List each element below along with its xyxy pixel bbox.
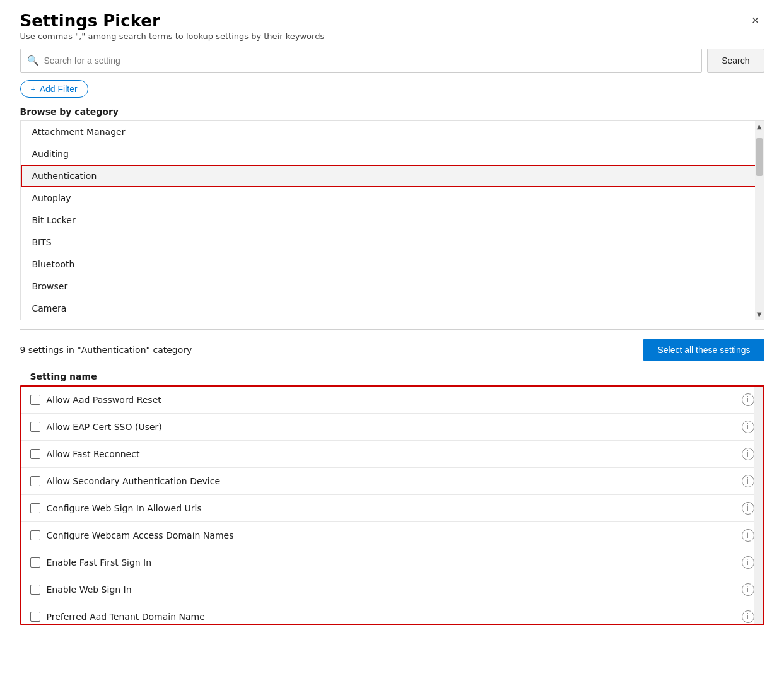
settings-item-label: Allow Aad Password Reset — [47, 395, 161, 405]
info-icon[interactable]: i — [742, 448, 754, 460]
settings-list-item: Allow EAP Cert SSO (User)i — [21, 414, 763, 441]
search-input-wrap: 🔍 — [20, 49, 703, 73]
settings-scrollbar[interactable] — [754, 387, 763, 624]
dialog-subtitle: Use commas "," among search terms to loo… — [20, 32, 325, 41]
search-icon: 🔍 — [27, 55, 39, 66]
settings-list-item: Configure Web Sign In Allowed Urlsi — [21, 495, 763, 522]
category-list: Attachment ManagerAuditingAuthentication… — [21, 121, 764, 320]
settings-item-left: Configure Webcam Access Domain Names — [30, 530, 234, 540]
plus-icon: + — [31, 84, 36, 94]
settings-list-item: Allow Aad Password Reseti — [21, 387, 763, 414]
settings-list: Allow Aad Password ResetiAllow EAP Cert … — [21, 387, 763, 625]
close-button[interactable]: × — [747, 11, 764, 29]
dialog-title: Settings Picker — [20, 11, 325, 30]
info-icon[interactable]: i — [742, 610, 754, 623]
settings-checkbox[interactable] — [30, 395, 40, 405]
category-item[interactable]: Autoplay — [21, 187, 764, 209]
category-item[interactable]: Browser — [21, 276, 764, 298]
settings-item-label: Configure Webcam Access Domain Names — [47, 530, 234, 540]
category-item[interactable]: Bit Locker — [21, 209, 764, 231]
settings-checkbox[interactable] — [30, 476, 40, 486]
info-icon[interactable]: i — [742, 393, 754, 406]
info-icon[interactable]: i — [742, 556, 754, 569]
category-item[interactable]: Authentication — [21, 165, 764, 187]
info-icon[interactable]: i — [742, 529, 754, 542]
search-input[interactable] — [44, 55, 696, 66]
add-filter-label: Add Filter — [40, 84, 78, 94]
settings-item-left: Enable Fast First Sign In — [30, 557, 152, 568]
settings-item-label: Enable Web Sign In — [47, 585, 132, 595]
category-item[interactable]: Camera — [21, 298, 764, 320]
category-item[interactable]: BITS — [21, 231, 764, 253]
settings-checkbox[interactable] — [30, 422, 40, 432]
settings-checkbox[interactable] — [30, 557, 40, 568]
settings-item-label: Configure Web Sign In Allowed Urls — [47, 503, 202, 513]
select-all-button[interactable]: Select all these settings — [643, 339, 764, 361]
scroll-track — [755, 132, 764, 309]
settings-checkbox[interactable] — [30, 530, 40, 540]
settings-item-left: Allow Secondary Authentication Device — [30, 476, 221, 486]
browse-category-title: Browse by category — [20, 107, 764, 117]
add-filter-button[interactable]: + Add Filter — [20, 80, 88, 98]
settings-list-item: Enable Fast First Sign Ini — [21, 549, 763, 576]
settings-list-item: Preferred Aad Tenant Domain Namei — [21, 603, 763, 625]
settings-checkbox[interactable] — [30, 585, 40, 595]
settings-list-item: Configure Webcam Access Domain Namesi — [21, 522, 763, 549]
search-row: 🔍 Search — [20, 49, 764, 73]
results-header: 9 settings in "Authentication" category … — [20, 339, 764, 361]
settings-item-label: Preferred Aad Tenant Domain Name — [47, 612, 205, 622]
settings-item-left: Configure Web Sign In Allowed Urls — [30, 503, 202, 513]
category-scrollbar[interactable]: ▲ ▼ — [755, 121, 764, 320]
settings-item-label: Allow Fast Reconnect — [47, 449, 140, 459]
settings-item-left: Allow Fast Reconnect — [30, 449, 140, 459]
settings-table-header: Setting name — [20, 368, 764, 385]
scroll-down-arrow[interactable]: ▼ — [755, 309, 764, 320]
category-item[interactable]: Auditing — [21, 143, 764, 165]
settings-item-label: Allow EAP Cert SSO (User) — [47, 422, 162, 432]
settings-item-left: Allow Aad Password Reset — [30, 395, 161, 405]
scroll-thumb[interactable] — [756, 138, 763, 176]
settings-item-label: Allow Secondary Authentication Device — [47, 476, 221, 486]
settings-list-item: Allow Secondary Authentication Devicei — [21, 468, 763, 495]
info-icon[interactable]: i — [742, 421, 754, 433]
settings-checkbox[interactable] — [30, 449, 40, 459]
results-count: 9 settings in "Authentication" category — [20, 345, 192, 355]
settings-checkbox[interactable] — [30, 503, 40, 513]
settings-item-left: Enable Web Sign In — [30, 585, 132, 595]
settings-item-left: Preferred Aad Tenant Domain Name — [30, 612, 205, 622]
settings-list-item: Enable Web Sign Ini — [21, 576, 763, 603]
search-button[interactable]: Search — [707, 49, 764, 73]
settings-item-label: Enable Fast First Sign In — [47, 557, 152, 568]
info-icon[interactable]: i — [742, 502, 754, 515]
settings-list-item: Allow Fast Reconnecti — [21, 441, 763, 468]
settings-item-left: Allow EAP Cert SSO (User) — [30, 422, 162, 432]
category-list-container: Attachment ManagerAuditingAuthentication… — [20, 120, 764, 320]
category-item[interactable]: Bluetooth — [21, 253, 764, 276]
settings-list-container: Allow Aad Password ResetiAllow EAP Cert … — [20, 385, 764, 625]
category-item[interactable]: Attachment Manager — [21, 121, 764, 143]
settings-checkbox[interactable] — [30, 612, 40, 622]
scroll-up-arrow[interactable]: ▲ — [755, 121, 764, 132]
info-icon[interactable]: i — [742, 583, 754, 596]
section-divider — [20, 329, 764, 330]
info-icon[interactable]: i — [742, 475, 754, 487]
